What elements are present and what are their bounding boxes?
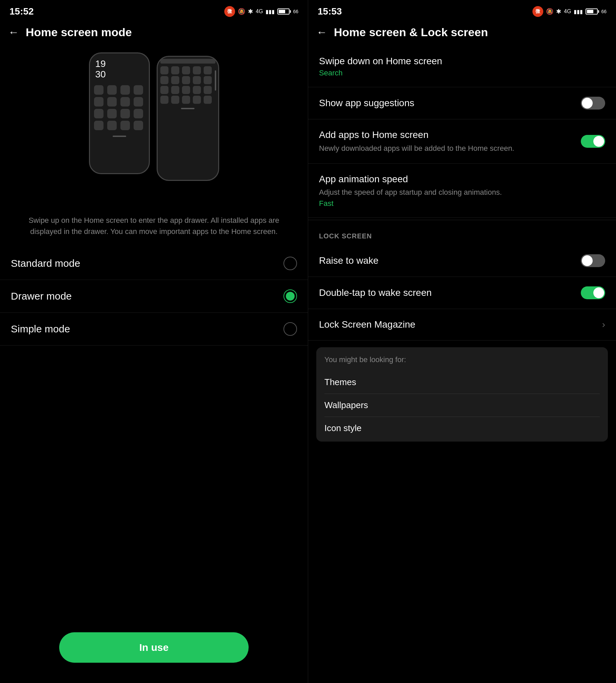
- settings-swipe-down[interactable]: Swipe down on Home screen Search: [308, 46, 616, 87]
- battery-icon-right: [586, 8, 598, 15]
- back-button-left[interactable]: ←: [8, 26, 19, 39]
- radio-simple: [284, 322, 297, 336]
- mode-option-standard[interactable]: Standard mode: [0, 247, 308, 280]
- app-icon: [182, 96, 190, 104]
- suggestions-card-title: You might be looking for:: [324, 355, 600, 364]
- app-suggestions-title: Show app suggestions: [319, 97, 574, 109]
- app-icon: [107, 109, 117, 118]
- toggle-knob-add: [593, 136, 604, 147]
- settings-app-suggestions[interactable]: Show app suggestions: [308, 87, 616, 119]
- settings-swipe-down-content: Swipe down on Home screen Search: [319, 55, 605, 77]
- double-tap-title: Double-tap to wake screen: [319, 287, 574, 299]
- mode-description: Swipe up on the Home screen to enter the…: [0, 215, 308, 237]
- right-panel: 15:53 微 🔕 ✱ 4G ▮▮▮ 66 ← Home screen & Lo…: [308, 0, 616, 683]
- signal-icon-right: 4G: [564, 8, 571, 15]
- scroll-bar: [215, 70, 216, 91]
- app-icon: [171, 96, 179, 104]
- phone-preview-drawer: [157, 56, 219, 181]
- app-icon: [171, 76, 179, 84]
- mode-label-drawer: Drawer mode: [11, 291, 72, 302]
- app-icon: [134, 97, 143, 107]
- settings-app-suggestions-content: Show app suggestions: [319, 97, 581, 109]
- app-icon: [120, 109, 130, 118]
- settings-raise-to-wake[interactable]: Raise to wake: [308, 245, 616, 277]
- raise-to-wake-content: Raise to wake: [319, 255, 581, 267]
- double-tap-toggle[interactable]: [581, 287, 605, 299]
- app-icon: [204, 66, 212, 74]
- battery-text-left: 66: [293, 9, 299, 14]
- app-icon: [120, 85, 130, 95]
- app-icon: [204, 86, 212, 94]
- app-icon: [94, 97, 104, 107]
- battery-text-right: 66: [601, 9, 607, 14]
- page-title-left: Home screen mode: [26, 26, 132, 39]
- settings-double-tap[interactable]: Double-tap to wake screen: [308, 277, 616, 309]
- page-header-left: ← Home screen mode: [0, 20, 308, 46]
- raise-to-wake-toggle[interactable]: [581, 254, 605, 267]
- settings-add-apps-content: Add apps to Home screen Newly downloaded…: [319, 129, 581, 154]
- app-icon: [94, 85, 104, 95]
- mode-option-simple[interactable]: Simple mode: [0, 313, 308, 345]
- add-apps-toggle[interactable]: [581, 135, 605, 148]
- app-icon: [160, 76, 169, 84]
- app-icon: [94, 109, 104, 118]
- app-icon: [182, 76, 190, 84]
- lock-magazine-title: Lock Screen Magazine: [319, 319, 595, 331]
- app-icon: [160, 66, 169, 74]
- battery-icon-left: [278, 8, 290, 15]
- app-icon: [193, 86, 201, 94]
- phone-preview-section: 1930: [0, 46, 308, 215]
- suggestion-icon-style[interactable]: Icon style: [324, 417, 600, 433]
- animation-subtitle: Adjust the speed of app startup and clos…: [319, 187, 598, 198]
- swipe-down-value: Search: [319, 69, 598, 77]
- mode-option-drawer[interactable]: Drawer mode: [0, 280, 308, 313]
- network-bars-icon-right: ▮▮▮: [574, 8, 583, 15]
- radio-drawer: [284, 290, 297, 303]
- settings-animation-speed[interactable]: App animation speed Adjust the speed of …: [308, 164, 616, 218]
- lock-screen-section-header: LOCK SCREEN: [308, 222, 616, 245]
- add-apps-title: Add apps to Home screen: [319, 129, 574, 141]
- settings-lock-magazine[interactable]: Lock Screen Magazine ›: [308, 309, 616, 341]
- phone-time: 1930: [90, 56, 149, 83]
- app-suggestions-toggle[interactable]: [581, 97, 605, 110]
- app-icon: [120, 121, 130, 130]
- section-divider: [308, 220, 616, 220]
- mute-icon-right: 🔕: [546, 8, 553, 15]
- chevron-right-icon: ›: [602, 319, 605, 330]
- page-title-right: Home screen & Lock screen: [334, 26, 488, 39]
- app-icon: [160, 86, 169, 94]
- app-icon: [120, 97, 130, 107]
- app-icon: [171, 86, 179, 94]
- bluetooth-icon-right: ✱: [556, 8, 561, 15]
- app-icon: [182, 66, 190, 74]
- app-icon: [204, 96, 212, 104]
- app-icon: [193, 66, 201, 74]
- app-icon: [94, 121, 104, 130]
- app-icon: [193, 76, 201, 84]
- app-icon: [182, 86, 190, 94]
- home-bar-right: [181, 108, 195, 109]
- raise-to-wake-title: Raise to wake: [319, 255, 574, 267]
- app-icon: [107, 97, 117, 107]
- settings-add-apps[interactable]: Add apps to Home screen Newly downloaded…: [308, 119, 616, 163]
- add-apps-subtitle: Newly downloaded apps will be added to t…: [319, 143, 574, 154]
- signal-icon: 4G: [256, 8, 263, 15]
- app-icon: [134, 121, 143, 130]
- mute-icon: 🔕: [238, 8, 245, 15]
- network-bars-icon: ▮▮▮: [266, 8, 275, 15]
- status-icons-right: 微 🔕 ✱ 4G ▮▮▮ 66: [532, 6, 607, 17]
- settings-animation-content: App animation speed Adjust the speed of …: [319, 173, 605, 208]
- animation-value: Fast: [319, 199, 598, 208]
- back-button-right[interactable]: ←: [316, 26, 327, 39]
- in-use-button[interactable]: In use: [59, 632, 249, 663]
- app-icon: [107, 121, 117, 130]
- app-grid-left: [90, 83, 149, 133]
- app-icon: [134, 109, 143, 118]
- app-icon: [204, 76, 212, 84]
- app-icon: [107, 85, 117, 95]
- suggestion-themes[interactable]: Themes: [324, 371, 600, 394]
- radio-standard: [284, 257, 297, 270]
- suggestion-wallpapers[interactable]: Wallpapers: [324, 394, 600, 417]
- app-grid-right: [158, 65, 218, 105]
- double-tap-content: Double-tap to wake screen: [319, 287, 581, 299]
